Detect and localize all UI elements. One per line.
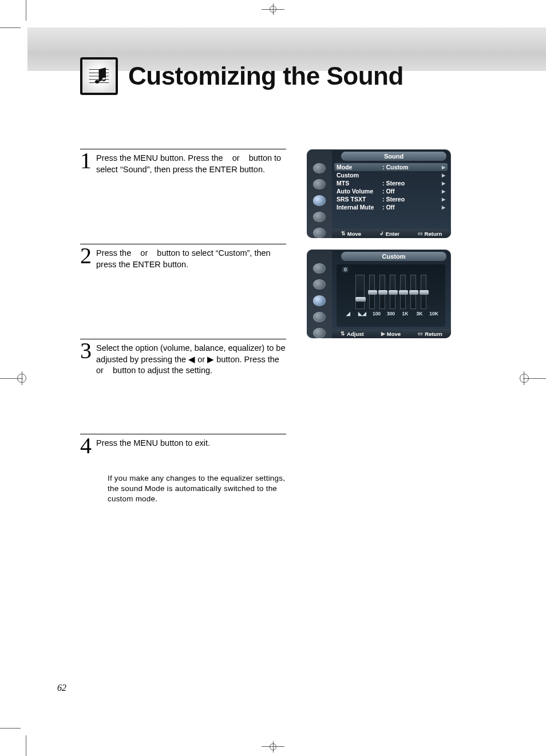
step-number: 4 bbox=[80, 437, 92, 455]
step-number: 2 bbox=[80, 247, 92, 270]
balance-icon: ◣◢ bbox=[357, 311, 367, 316]
footer-move: Move bbox=[387, 331, 401, 337]
osd-footer: ⇅Adjust ▶Move ▭Return bbox=[332, 329, 451, 338]
eq-level-indicator: 0 bbox=[342, 267, 349, 272]
osd-title: Sound bbox=[341, 152, 446, 161]
osd-menu-list: Mode : Custom ▶ Custom ▶ MTS : Stereo ▶ … bbox=[334, 163, 448, 211]
crop-mark bbox=[26, 0, 26, 21]
row-value: : Stereo bbox=[382, 196, 442, 203]
sidebar-icon bbox=[313, 228, 326, 238]
osd-sound-menu: Sound Mode : Custom ▶ Custom ▶ MTS : Ste… bbox=[307, 149, 451, 238]
step-number: 3 bbox=[80, 342, 92, 377]
eq-band-label: 1K bbox=[400, 311, 410, 316]
updown-icon: ⇅ bbox=[341, 231, 346, 236]
step-text: Select the option (volume, balance, equa… bbox=[96, 342, 286, 377]
chevron-right-icon: ▶ bbox=[442, 181, 445, 186]
sidebar-icon bbox=[313, 163, 326, 173]
row-label: Custom bbox=[337, 172, 382, 179]
row-label: MTS bbox=[337, 180, 382, 187]
eq-slider-100 bbox=[379, 275, 385, 309]
footer-enter: Enter bbox=[386, 231, 399, 237]
crop-mark bbox=[0, 27, 21, 28]
return-icon: ▭ bbox=[418, 331, 423, 337]
eq-slider-300 bbox=[390, 275, 395, 309]
osd-custom-menu: Custom 0 ◢ ◣◢ 100 300 1K 3K 10K ⇅Adjust … bbox=[307, 250, 451, 338]
footer-adjust: Adjust bbox=[347, 331, 364, 337]
osd-footer: ⇅Move ↲Enter ▭Return bbox=[332, 229, 451, 238]
sidebar-icon bbox=[313, 212, 326, 222]
step-text: Press the or button to select “Custom”, … bbox=[96, 247, 286, 270]
menu-row-internal-mute: Internal Mute : Off ▶ bbox=[334, 203, 448, 211]
note-text: If you make any changes to the equalizer… bbox=[108, 473, 291, 505]
step-3: 3 Select the option (volume, balance, eq… bbox=[80, 339, 286, 377]
osd-sidebar bbox=[307, 250, 332, 338]
equalizer-area: 0 ◢ ◣◢ 100 300 1K 3K 10K bbox=[337, 264, 445, 327]
sidebar-icon bbox=[313, 279, 326, 290]
sidebar-icon bbox=[313, 312, 326, 322]
eq-band-label: 3K bbox=[414, 311, 425, 316]
menu-row-mts: MTS : Stereo ▶ bbox=[334, 179, 448, 187]
osd-sidebar bbox=[307, 149, 332, 238]
row-label: Internal Mute bbox=[337, 204, 382, 211]
sidebar-icon bbox=[313, 263, 326, 274]
eq-slider-3k bbox=[410, 275, 416, 309]
step-text: Press the MENU button to exit. bbox=[96, 437, 210, 455]
right-icon: ▶ bbox=[381, 331, 385, 337]
eq-band-labels: ◢ ◣◢ 100 300 1K 3K 10K bbox=[340, 311, 442, 316]
row-value: : Off bbox=[382, 204, 442, 211]
menu-row-mode: Mode : Custom ▶ bbox=[334, 163, 448, 171]
row-value: : Stereo bbox=[382, 180, 442, 187]
row-value: : Off bbox=[382, 188, 442, 195]
music-note-icon bbox=[80, 57, 118, 95]
footer-return: Return bbox=[425, 231, 442, 237]
enter-icon: ↲ bbox=[379, 231, 384, 236]
eq-band-label: 100 bbox=[371, 311, 382, 316]
step-number: 1 bbox=[80, 152, 92, 175]
sidebar-icon bbox=[313, 179, 326, 189]
updown-icon: ⇅ bbox=[341, 331, 345, 337]
eq-band-label: 300 bbox=[386, 311, 396, 316]
row-label: Auto Volume bbox=[337, 188, 382, 195]
crop-mark bbox=[26, 735, 26, 756]
menu-row-auto-volume: Auto Volume : Off ▶ bbox=[334, 187, 448, 195]
title-row: Customizing the Sound bbox=[80, 57, 494, 95]
osd-title: Custom bbox=[341, 252, 446, 261]
menu-row-custom: Custom ▶ bbox=[334, 171, 448, 179]
row-label: SRS TSXT bbox=[337, 196, 382, 203]
chevron-right-icon: ▶ bbox=[442, 165, 445, 170]
eq-slider-10k bbox=[421, 275, 426, 309]
sidebar-icon-selected bbox=[313, 195, 326, 205]
step-1: 1 Press the MENU button. Press the or bu… bbox=[80, 149, 286, 175]
row-label: Mode bbox=[337, 164, 382, 171]
sidebar-icon bbox=[313, 328, 326, 338]
chevron-right-icon: ▶ bbox=[442, 173, 445, 178]
step-2: 2 Press the or button to select “Custom”… bbox=[80, 244, 286, 270]
eq-slider-1k bbox=[400, 275, 406, 309]
page-title: Customizing the Sound bbox=[128, 62, 403, 90]
chevron-right-icon: ▶ bbox=[442, 189, 445, 194]
step-text: Press the MENU button. Press the or butt… bbox=[96, 152, 286, 175]
eq-slider-volume bbox=[355, 275, 365, 309]
eq-slider-balance bbox=[369, 275, 375, 309]
chevron-right-icon: ▶ bbox=[442, 197, 445, 202]
footer-move: Move bbox=[347, 231, 361, 237]
page-number: 62 bbox=[57, 683, 66, 693]
row-value: : Custom bbox=[382, 164, 442, 171]
volume-icon: ◢ bbox=[343, 311, 353, 316]
chevron-right-icon: ▶ bbox=[442, 205, 445, 210]
footer-return: Return bbox=[425, 331, 442, 337]
eq-band-label: 10K bbox=[429, 311, 439, 316]
sidebar-icon-selected bbox=[313, 295, 326, 306]
step-4: 4 Press the MENU button to exit. bbox=[80, 434, 286, 455]
crop-mark bbox=[0, 728, 21, 729]
eq-sliders bbox=[340, 268, 442, 309]
menu-row-srs: SRS TSXT : Stereo ▶ bbox=[334, 195, 448, 203]
return-icon: ▭ bbox=[418, 231, 423, 236]
